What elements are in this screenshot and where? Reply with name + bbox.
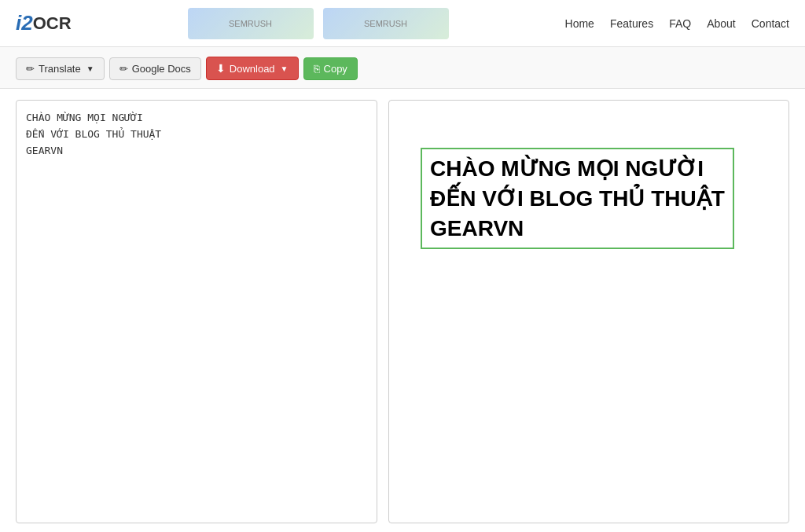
nav-link-contact[interactable]: Contact xyxy=(752,17,789,30)
image-panel-inner: CHÀO MỪNG MỌI NGƯỜI ĐẾN VỚI BLOG THỦ THU… xyxy=(389,101,788,523)
translate-label: Translate xyxy=(39,63,81,75)
google-docs-button[interactable]: ✏ Google Docs xyxy=(109,57,201,80)
ad-banner-2: SEMRUSH xyxy=(323,8,449,39)
ad-banner-1: SEMRUSH xyxy=(188,8,314,39)
logo-i2: i2 xyxy=(16,11,33,35)
google-docs-label: Google Docs xyxy=(132,63,191,75)
nav-link-home[interactable]: Home xyxy=(565,17,594,30)
navbar-ads: SEMRUSH SEMRUSH xyxy=(72,8,565,39)
image-panel: CHÀO MỪNG MỌI NGƯỜI ĐẾN VỚI BLOG THỦ THU… xyxy=(388,100,789,523)
translate-caret-icon: ▼ xyxy=(86,64,94,73)
copy-button[interactable]: ⎘ Copy xyxy=(303,57,358,80)
nav-link-features[interactable]: Features xyxy=(610,17,653,30)
download-caret-icon: ▼ xyxy=(281,64,289,73)
toolbar: ✏ Translate ▼ ✏ Google Docs ⬇ Download ▼… xyxy=(0,47,805,89)
nav-link-about[interactable]: About xyxy=(707,17,736,30)
copy-icon: ⎘ xyxy=(314,63,320,75)
gdocs-icon: ✏ xyxy=(119,63,128,75)
download-icon: ⬇ xyxy=(216,62,226,75)
download-label: Download xyxy=(230,63,275,75)
nav-link-faq[interactable]: FAQ xyxy=(669,17,691,30)
download-button[interactable]: ⬇ Download ▼ xyxy=(206,57,299,80)
navbar-links: Home Features FAQ About Contact xyxy=(565,17,789,30)
copy-label: Copy xyxy=(324,63,347,75)
text-panel[interactable]: CHÀO MỪNG MỌI NGƯỜI ĐẾN VỚI BLOG THỦ THU… xyxy=(16,100,377,523)
navbar: i2 OCR SEMRUSH SEMRUSH Home Features FAQ… xyxy=(0,0,805,47)
pencil-icon: ✏ xyxy=(26,63,35,75)
ocr-text-block: CHÀO MỪNG MỌI NGƯỜI ĐẾN VỚI BLOG THỦ THU… xyxy=(421,148,734,249)
logo-ocr: OCR xyxy=(33,13,72,34)
main-content: CHÀO MỪNG MỌI NGƯỜI ĐẾN VỚI BLOG THỦ THU… xyxy=(0,89,805,532)
logo: i2 OCR xyxy=(16,11,72,35)
translate-button[interactable]: ✏ Translate ▼ xyxy=(16,57,105,80)
